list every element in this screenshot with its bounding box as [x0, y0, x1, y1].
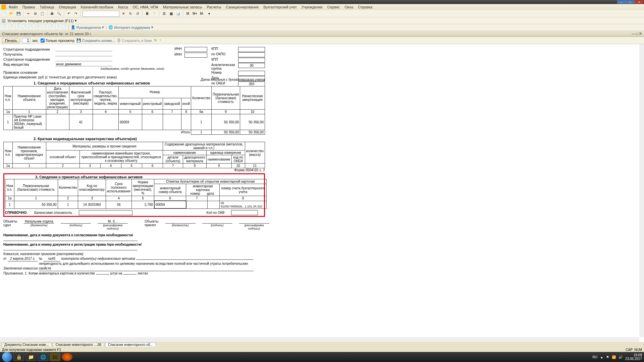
open-icon[interactable]: 📂: [8, 11, 14, 17]
set-org-link[interactable]: Установить текущее учреждение (F11): [7, 19, 73, 23]
window-maximize-button[interactable]: □: [626, 0, 635, 4]
inn-block: ИНН ИНН: [174, 47, 207, 58]
table-colnum-row: 1а12 345 678: [5, 196, 267, 201]
calc-icon[interactable]: 🖩: [144, 11, 150, 17]
doc-min-icon[interactable]: —: [632, 32, 635, 36]
balance-box: [79, 210, 132, 215]
print-icon[interactable]: 🖶: [49, 11, 55, 17]
menu-help[interactable]: Справка: [356, 5, 374, 9]
tab-1[interactable]: Документы Списание инве...: [1, 343, 52, 347]
tb3-icon-3[interactable]: 📄: [15, 25, 19, 29]
field-prop-type: иное движимое: [55, 62, 112, 66]
refresh-icon[interactable]: ↻: [127, 11, 133, 17]
mminus-button[interactable]: M-: [199, 11, 205, 17]
print-button[interactable]: Печать: [2, 38, 20, 43]
menu-file[interactable]: Файл: [7, 5, 20, 9]
menu-windows[interactable]: Окна: [342, 5, 355, 9]
system-tray: RU ▲ ⚑ 📶 🔊 18:09 23.06.2017: [593, 353, 642, 361]
menu-service[interactable]: Сервис: [325, 5, 342, 9]
tray-flag-icon[interactable]: ⚑: [606, 355, 609, 359]
paste-icon[interactable]: 📋: [39, 11, 45, 17]
taskbar-app-2[interactable]: 📁: [25, 353, 36, 361]
undo-icon[interactable]: ↶: [66, 11, 72, 17]
tray-date[interactable]: 23.06.2017: [625, 357, 642, 361]
tb3-icon-5[interactable]: 📄: [28, 25, 33, 29]
grid-icon[interactable]: ▦: [168, 11, 174, 17]
footer-l2: Наименование, дата и номер документа о р…: [3, 243, 142, 246]
document-toolbar: Печать экз. Только просмотр 💾Сохранить к…: [0, 37, 644, 44]
copies-input[interactable]: [22, 38, 30, 43]
field-okpo: [238, 52, 265, 57]
menu-operations[interactable]: Операции: [57, 5, 78, 9]
menu-institution[interactable]: Учреждение: [300, 5, 325, 9]
label-legal: Правовое основание: [3, 70, 55, 74]
taskbar-app-5[interactable]: [62, 353, 72, 361]
view-only-checkbox[interactable]: Только просмотр: [41, 39, 74, 43]
window-minimize-button[interactable]: —: [617, 0, 626, 4]
tb3-icon-8[interactable]: 📄: [48, 25, 53, 29]
tb3-icon-1[interactable]: 📄: [1, 25, 6, 29]
tray-vol-icon[interactable]: 🔊: [619, 355, 623, 359]
save-copy-link[interactable]: 💾Сохранить копию...: [76, 38, 115, 43]
doc-max-icon[interactable]: □: [636, 32, 638, 36]
dropdown-icon[interactable]: ▾: [75, 18, 77, 23]
tb3-icon-7[interactable]: 📄: [42, 25, 46, 29]
tb3-icon-4[interactable]: 📄: [21, 25, 26, 29]
status-bar: Для получения подсказки нажмите F1 CAP N…: [0, 347, 644, 352]
tb3-icon-6[interactable]: 📄: [35, 25, 40, 29]
scrollbar-horizontal[interactable]: [0, 337, 639, 342]
help-icon[interactable]: ?: [151, 11, 157, 17]
start-button[interactable]: [2, 352, 12, 362]
tb3-icon-2[interactable]: 📄: [8, 25, 13, 29]
m-button[interactable]: M: [185, 11, 191, 17]
menu-sanction[interactable]: Санкционирование: [224, 5, 261, 9]
new-icon[interactable]: 📄: [1, 11, 7, 17]
doc-close-icon[interactable]: ✕: [639, 32, 642, 36]
tb3-icon-10[interactable]: 📄: [62, 25, 66, 29]
taskbar-app-4[interactable]: 1c: [50, 353, 60, 361]
menu-materials[interactable]: Материальные запасы: [161, 5, 204, 9]
menu-kassa[interactable]: Касса: [116, 5, 130, 9]
brush-icon[interactable]: ▾: [206, 11, 212, 17]
tab-3[interactable]: Списание инвентарного об...: [105, 343, 156, 347]
manager-link[interactable]: 👤Руководителю▾: [71, 25, 104, 29]
scrollbar-vertical[interactable]: [639, 44, 644, 337]
refresh-doc-icon[interactable]: ↻: [154, 38, 157, 43]
main-menu: Файл Правка Таблица Операции Казначейств…: [0, 4, 644, 10]
tb3-icon-9[interactable]: 📄: [55, 25, 60, 29]
save-db-link[interactable]: 🗄Сохранить в базе: [117, 39, 152, 43]
tray-up-icon[interactable]: ▲: [600, 355, 603, 359]
menu-accounting[interactable]: Бухгалтерский учет: [262, 5, 299, 9]
field-anal: 30: [238, 63, 265, 68]
taskbar-app-3[interactable]: 🌐: [38, 353, 48, 361]
save-icon[interactable]: 💾: [15, 11, 21, 17]
toolbar-main: 📄 📂 💾 ✂ ⧉ 📋 🖶 🔍 ↶ ↷ ✕ ↻ ↺ 🖩 ? ☰ ▦ 📊 M M+…: [0, 10, 644, 17]
copy-icon[interactable]: ⧉: [32, 11, 38, 17]
menu-table[interactable]: Таблица: [38, 5, 56, 9]
taskbar-app-1[interactable]: 🔒: [13, 353, 24, 361]
tab-2[interactable]: Списание инвентарного ....06: [53, 343, 104, 347]
list-icon[interactable]: ☰: [161, 11, 167, 17]
section3-highlight: 3. Сведения о принятых объектах нефинанс…: [3, 173, 265, 217]
chart-icon[interactable]: 📊: [175, 11, 181, 17]
cut-icon[interactable]: ✂: [25, 11, 31, 17]
mplus-button[interactable]: M+: [192, 11, 198, 17]
internet-support-link[interactable]: 🌐Интернет-поддержка▾: [108, 25, 153, 29]
tray-lang[interactable]: RU: [593, 355, 597, 359]
search-combo[interactable]: [83, 11, 119, 17]
tray-net-icon[interactable]: 📶: [612, 355, 616, 359]
refresh2-icon[interactable]: ↺: [135, 11, 141, 17]
window-close-button[interactable]: ✕: [635, 0, 643, 4]
menu-calc[interactable]: Расчеты: [205, 5, 223, 9]
menu-edit[interactable]: Правка: [20, 5, 37, 9]
menu-os[interactable]: ОС, НМА, НПА: [131, 5, 160, 9]
preview-icon[interactable]: 🔍: [56, 11, 62, 17]
clear-icon[interactable]: ✕: [120, 11, 126, 17]
tray-time[interactable]: 18:09: [625, 353, 642, 357]
menu-treasury[interactable]: Казначейство/Банк: [79, 5, 115, 9]
form-code-note: Форма 0504101 с. 2: [3, 168, 265, 172]
redo-icon[interactable]: ↷: [73, 11, 79, 17]
label-unit: Единица измерения: руб (с точностью до в…: [3, 75, 117, 79]
help-doc-icon[interactable]: ?: [159, 39, 161, 43]
label-sdal: Объекты сдал: [3, 220, 17, 230]
